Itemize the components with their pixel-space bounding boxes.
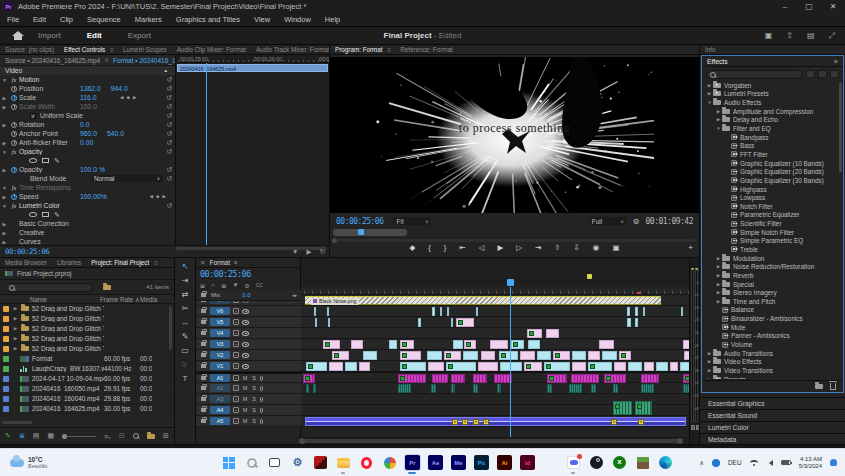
clip[interactable]	[447, 307, 449, 317]
writable-pencil-icon[interactable]: ✎	[5, 432, 11, 440]
track-name[interactable]: A5	[210, 417, 230, 425]
ec-row-lumetri-color[interactable]: ▼fxLumetri Color↺	[0, 201, 175, 210]
twirl-icon[interactable]: ▶	[0, 230, 9, 236]
clip[interactable]	[432, 307, 435, 317]
panel-layout-icon[interactable]: ▤	[807, 31, 815, 41]
clip[interactable]	[473, 384, 478, 394]
tab-project-final-project[interactable]: Project: Final Project	[86, 259, 154, 266]
menu-window[interactable]: Window	[277, 15, 318, 24]
effects-item-vorgaben[interactable]: ▶Vorgaben	[702, 81, 839, 90]
timeline-timecode[interactable]: 00:00:25:06	[200, 269, 251, 279]
track-name[interactable]: V1	[210, 362, 230, 370]
clip[interactable]	[544, 362, 570, 372]
track-name[interactable]: V6	[210, 307, 230, 315]
effect-timeline-clip[interactable]: 20240416_164625.mp4	[177, 64, 328, 72]
media-encoder-icon[interactable]: Me	[450, 454, 467, 471]
fullscreen-icon[interactable]: ⤢	[829, 31, 835, 41]
mute-button[interactable]: M	[242, 396, 248, 402]
track-header-v4[interactable]: V4	[196, 328, 301, 339]
new-item-icon[interactable]: ⊞	[163, 432, 169, 440]
record-icon[interactable]	[260, 408, 263, 413]
ripple-edit-tool[interactable]: ⇄	[182, 290, 189, 299]
toggle-output-icon[interactable]	[242, 331, 249, 336]
track-header-v5[interactable]: V5	[196, 317, 301, 328]
effects-item-special[interactable]: ▶Special	[702, 280, 839, 289]
effects-search-input[interactable]	[706, 70, 803, 79]
accelerated-effects-icon[interactable]	[806, 70, 815, 78]
effects-item-binauralizer-ambisonics[interactable]: Binauralizer - Ambisonics	[702, 314, 839, 323]
language-indicator[interactable]: DEU	[728, 459, 742, 466]
media-icon[interactable]: ▣	[765, 31, 773, 41]
ec-row-anti-flicker-filter[interactable]: ▶Anti-flicker Filter0.00↺	[0, 138, 175, 147]
close-button[interactable]: ✕	[821, 0, 845, 13]
col-media[interactable]: Media	[140, 296, 157, 303]
icon-view-icon[interactable]: ▤	[33, 432, 40, 440]
panel-menu-icon[interactable]: ≡	[154, 259, 158, 266]
timeline-menu-icon[interactable]: ≡	[234, 259, 238, 266]
clip[interactable]	[400, 351, 421, 361]
twirl-icon[interactable]: ▶	[706, 359, 713, 364]
prev-keyframe-icon[interactable]: ◀	[150, 194, 153, 199]
effects-item-delay-and-echo[interactable]: ▶Delay and Echo	[702, 116, 839, 125]
lock-icon[interactable]	[201, 386, 206, 390]
blend-mode-dropdown[interactable]: Normal∨	[91, 175, 163, 182]
project-hscrollbar[interactable]	[2, 421, 32, 424]
project-row[interactable]: ▶52 Drag and Drop Glitch Tra	[0, 324, 174, 334]
step-back-button[interactable]: ◁	[479, 243, 485, 252]
tab-essential-sound[interactable]: Essential Sound	[700, 409, 845, 421]
minecraft-icon[interactable]	[634, 454, 651, 471]
tab-metadata[interactable]: Metadata	[700, 433, 845, 445]
tab-lumetri-scopes[interactable]: Lumetri Scopes	[118, 46, 172, 53]
xbox-icon[interactable]: x	[611, 454, 628, 471]
sync-lock-icon[interactable]	[233, 308, 239, 314]
menu-help[interactable]: Help	[318, 15, 347, 24]
effects-item-amplitude-and-compression[interactable]: ▶Amplitude and Compression	[702, 107, 839, 116]
steam-icon[interactable]	[588, 454, 605, 471]
twirl-icon[interactable]: ▶	[0, 95, 9, 101]
ec-row-opacity[interactable]: ▼fxOpacity↺	[0, 147, 175, 156]
effect-controls-timecode[interactable]: 00:00:25:06	[5, 247, 49, 256]
twirl-icon[interactable]: ▶	[0, 221, 9, 227]
prev-keyframe-icon[interactable]: ◀	[120, 95, 123, 100]
twirl-icon[interactable]: ▼	[715, 126, 722, 131]
effects-item-parametric-equalizer[interactable]: Parametric Equalizer	[702, 211, 839, 220]
task-view-icon[interactable]	[266, 454, 283, 471]
effects-item-simple-notch-filter[interactable]: Simple Notch Filter	[702, 228, 839, 237]
tab-audio-track-mixer-format[interactable]: Audio Track Mixer: Format	[251, 46, 329, 53]
twirl-icon[interactable]: ▶	[12, 306, 19, 311]
selection-tool[interactable]: ↖	[182, 262, 189, 271]
clip[interactable]	[303, 374, 315, 384]
effects-item-balance[interactable]: Balance	[702, 306, 839, 315]
ec-row-speed[interactable]: ▶Speed100.00%◀◆▶	[0, 192, 175, 201]
clip[interactable]	[329, 362, 343, 372]
label-color[interactable]	[3, 376, 9, 382]
effects-item-presets[interactable]: ▶Presets	[702, 375, 839, 379]
toggle-output-icon[interactable]	[242, 320, 249, 325]
project-row[interactable]: 20240416_160050.mp429.91 fps00:0	[0, 384, 174, 394]
track-header-a3[interactable]: A3MS	[196, 394, 301, 405]
toggle-output-icon[interactable]	[242, 342, 249, 347]
twirl-icon[interactable]: ▶	[715, 282, 722, 287]
clip[interactable]	[451, 384, 455, 394]
speaker-icon[interactable]	[766, 460, 773, 466]
clip[interactable]	[547, 374, 567, 384]
twirl-icon[interactable]: ▶	[715, 264, 722, 269]
lock-icon[interactable]	[201, 320, 206, 324]
ellipse-mask-icon[interactable]	[29, 158, 37, 163]
label-color[interactable]	[3, 406, 9, 412]
track-name[interactable]: V3	[210, 340, 230, 348]
clip[interactable]	[432, 374, 448, 384]
value[interactable]: 100.0 %	[80, 166, 105, 173]
next-keyframe-icon[interactable]: ▶	[133, 95, 136, 100]
menu-graphics-and-titles[interactable]: Graphics and Titles	[169, 15, 247, 24]
twirl-icon[interactable]: ▶	[0, 167, 9, 173]
ec-row-blend-mode[interactable]: Blend ModeNormal∨↺	[0, 174, 175, 183]
type-tool[interactable]: T	[183, 374, 188, 383]
label-color[interactable]	[3, 306, 9, 312]
reset-icon[interactable]: ↺	[166, 166, 172, 174]
zoom-level-dropdown[interactable]: Fit∨	[393, 217, 431, 225]
clip[interactable]	[627, 318, 631, 328]
clip[interactable]	[641, 374, 659, 384]
clip[interactable]	[428, 362, 444, 372]
ec-row-uniform-scale[interactable]: ✓Uniform Scale↺	[0, 111, 175, 120]
